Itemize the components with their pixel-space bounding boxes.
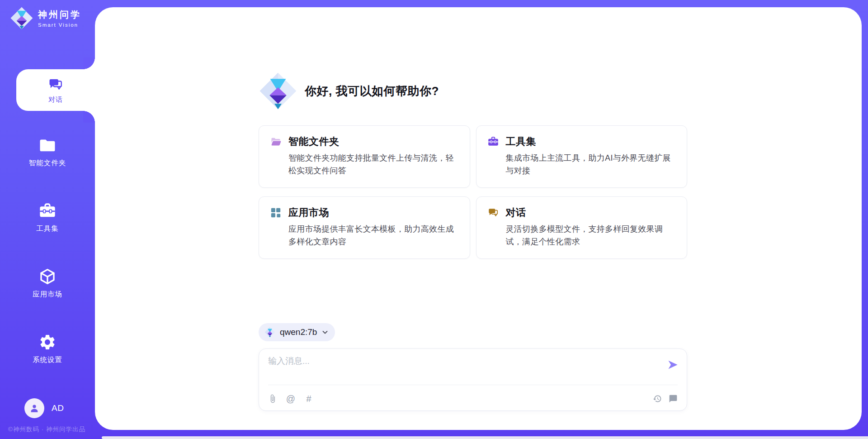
feature-card[interactable]: 对话 灵活切换多模型文件，支持多样回复效果调试，满足个性化需求: [476, 196, 688, 259]
cube-icon: [38, 267, 57, 286]
brand-logo: 神州问学 Smart Vision: [0, 0, 95, 30]
sidebar-item-4[interactable]: 系统设置: [0, 316, 95, 382]
model-selector[interactable]: qwen2:7b: [259, 323, 335, 341]
grid-icon: [270, 207, 282, 219]
card-description: 集成市场上主流工具，助力AI与外界无缝扩展与对接: [506, 152, 676, 177]
paperclip-icon: [268, 394, 277, 403]
toolbox-icon: [38, 202, 57, 220]
sidebar-item-label: 应用市场: [33, 290, 62, 299]
gem-logo-icon: [259, 72, 297, 110]
topic-button[interactable]: #: [304, 394, 313, 403]
chevron-down-icon: [321, 329, 329, 336]
send-icon: [667, 359, 679, 371]
history-icon: [653, 394, 662, 403]
copyright-text: ©神州数码 · 神州问学出品: [8, 425, 85, 434]
gem-logo-icon: [264, 327, 275, 338]
toolbox-icon: [487, 136, 499, 148]
user-name: AD: [52, 403, 64, 413]
sidebar-item-label: 系统设置: [33, 355, 62, 365]
card-header: 工具集: [487, 135, 676, 148]
hash-icon: #: [306, 394, 311, 403]
card-header: 智能文件夹: [270, 135, 459, 148]
sidebar-item-label: 工具集: [36, 224, 59, 234]
card-description: 灵活切换多模型文件，支持多样回复效果调试，满足个性化需求: [506, 223, 676, 248]
feature-cards: 智能文件夹 智能文件夹功能支持批量文件上传与清洗，轻松实现文件问答 工具集 集成…: [259, 125, 687, 259]
message-input[interactable]: [268, 355, 657, 382]
sidebar-nav: 对话 智能文件夹 工具集 应用市场 系统设置: [0, 69, 95, 382]
composer-toolbar: @ #: [268, 391, 678, 406]
card-title: 智能文件夹: [288, 135, 340, 148]
feature-card[interactable]: 智能文件夹 智能文件夹功能支持批量文件上传与清洗，轻松实现文件问答: [259, 125, 470, 188]
sidebar-item-chat[interactable]: 对话: [16, 69, 95, 111]
brand-subtitle: Smart Vision: [38, 22, 81, 28]
gem-logo-icon: [10, 6, 33, 30]
sidebar-item-label: 对话: [48, 95, 63, 104]
feature-card[interactable]: 工具集 集成市场上主流工具，助力AI与外界无缝扩展与对接: [476, 125, 688, 188]
comment-icon: [669, 394, 678, 403]
history-button[interactable]: [653, 394, 662, 403]
brand-name: 神州问学: [38, 9, 81, 21]
person-icon: [28, 402, 40, 414]
card-title: 应用市场: [288, 206, 329, 220]
card-description: 应用市场提供丰富长文本模板，助力高效生成多样化文章内容: [288, 223, 459, 248]
mention-button[interactable]: @: [286, 394, 295, 403]
message-composer: @ #: [259, 348, 687, 411]
sidebar-item-3[interactable]: 应用市场: [0, 250, 95, 316]
sidebar: 神州问学 Smart Vision 对话 智能文件夹 工具集 应用市场 系统设置…: [0, 0, 95, 439]
card-description: 智能文件夹功能支持批量文件上传与清洗，轻松实现文件问答: [288, 152, 459, 177]
folder-open-icon: [270, 136, 282, 148]
tab-curve-bottom: [83, 111, 95, 123]
send-button[interactable]: [667, 359, 679, 371]
at-icon: @: [286, 394, 295, 403]
chat-icon: [47, 76, 64, 93]
card-header: 应用市场: [270, 206, 459, 220]
sidebar-item-1[interactable]: 智能文件夹: [0, 119, 95, 185]
avatar: [24, 398, 44, 418]
feature-card[interactable]: 应用市场 应用市场提供丰富长文本模板，助力高效生成多样化文章内容: [259, 196, 470, 259]
composer-divider: [268, 385, 678, 385]
attach-file-button[interactable]: [268, 394, 277, 403]
card-header: 对话: [487, 206, 676, 220]
card-title: 工具集: [506, 135, 537, 148]
tab-curve-top: [83, 57, 95, 69]
greeting: 你好, 我可以如何帮助你?: [259, 72, 439, 110]
sidebar-items: 智能文件夹 工具集 应用市场 系统设置: [0, 111, 95, 382]
user-account[interactable]: AD: [24, 398, 64, 418]
greeting-text: 你好, 我可以如何帮助你?: [305, 83, 439, 99]
folder-icon: [38, 136, 57, 154]
chat-icon: [487, 207, 499, 219]
model-name: qwen2:7b: [280, 327, 317, 337]
new-chat-button[interactable]: [669, 394, 678, 403]
gear-icon: [38, 333, 57, 351]
sidebar-item-2[interactable]: 工具集: [0, 185, 95, 250]
card-title: 对话: [506, 206, 526, 220]
sidebar-item-label: 智能文件夹: [29, 158, 66, 168]
horizontal-scrollbar[interactable]: [102, 436, 868, 439]
